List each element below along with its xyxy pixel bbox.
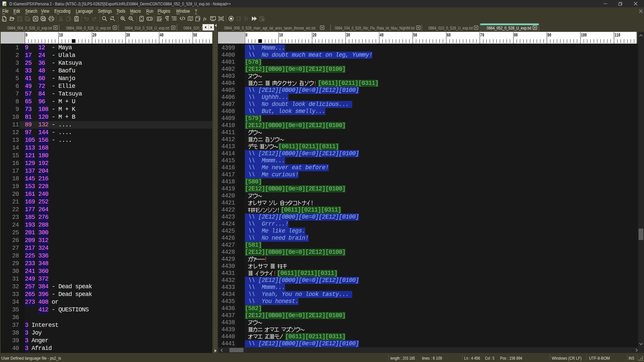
svg-text:fx: fx <box>203 16 207 21</box>
